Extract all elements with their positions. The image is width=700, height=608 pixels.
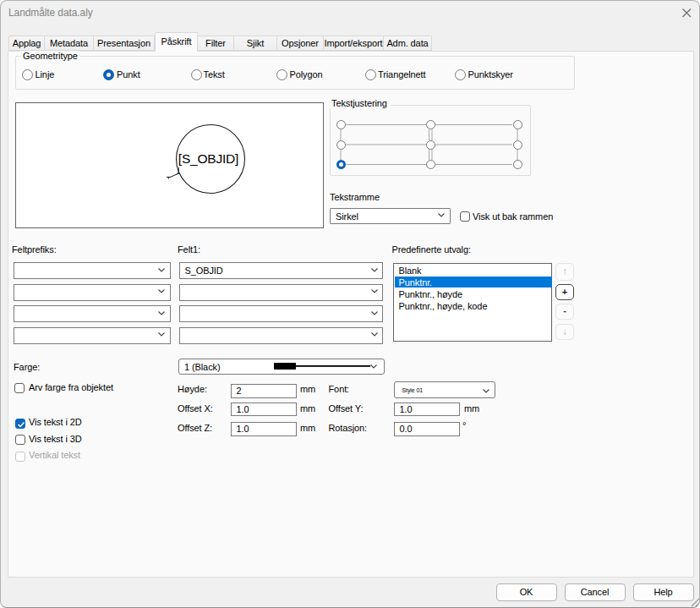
svg-text:[S_OBJID]: [S_OBJID]	[178, 151, 238, 166]
